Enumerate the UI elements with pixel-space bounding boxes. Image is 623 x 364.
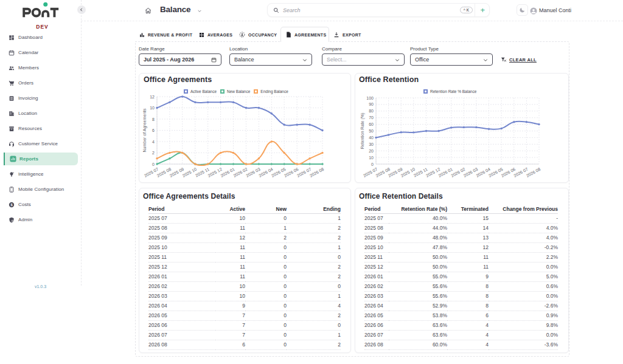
svg-text:20: 20 (369, 149, 374, 153)
svg-text:6: 6 (152, 128, 155, 132)
svg-text:40: 40 (369, 136, 374, 140)
svg-text:10: 10 (150, 106, 155, 110)
svg-text:60: 60 (369, 122, 374, 126)
svg-text:12: 12 (150, 95, 155, 99)
svg-text:2025 10: 2025 10 (400, 167, 416, 178)
svg-text:10: 10 (369, 156, 374, 160)
svg-text:Number of Agreements: Number of Agreements (142, 108, 147, 152)
svg-text:70: 70 (369, 115, 374, 120)
svg-text:80: 80 (369, 109, 374, 113)
svg-text:2026 08: 2026 08 (526, 167, 541, 178)
svg-text:2026 08: 2026 08 (309, 167, 325, 178)
svg-text:0: 0 (371, 162, 374, 167)
svg-text:Retention Rate (%): Retention Rate (%) (360, 113, 365, 149)
svg-text:8: 8 (152, 117, 155, 122)
svg-text:100: 100 (366, 96, 374, 100)
svg-text:2: 2 (152, 151, 155, 155)
svg-text:30: 30 (369, 142, 374, 146)
svg-text:4: 4 (152, 140, 155, 144)
svg-text:50: 50 (369, 129, 374, 133)
svg-text:2025 10: 2025 10 (182, 167, 198, 178)
svg-text:0: 0 (152, 162, 155, 167)
svg-text:90: 90 (369, 102, 374, 106)
